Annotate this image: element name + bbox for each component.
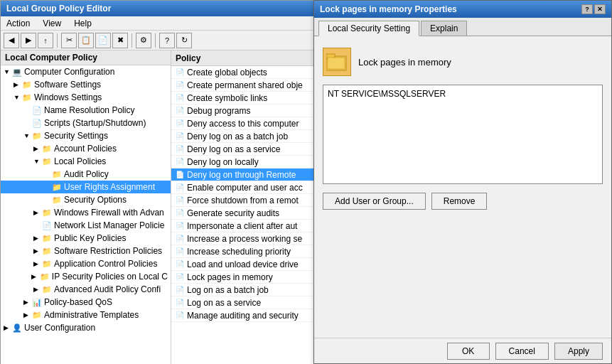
policy-item-impersonate-client[interactable]: 📄Impersonate a client after aut <box>171 220 319 232</box>
back-button[interactable]: ◀ <box>4 33 19 48</box>
policy-item-icon-create-symbolic: 📄 <box>176 94 184 102</box>
menu-view[interactable]: View <box>40 18 64 29</box>
properties-button[interactable]: ⚙ <box>136 33 151 48</box>
expand-icon-user-config[interactable]: ▶ <box>4 324 11 331</box>
policy-item-icon-logon-batch: 📄 <box>176 286 184 294</box>
dialog-close-button[interactable]: ✕ <box>594 4 606 14</box>
policy-item-generate-audits[interactable]: 📄Generate security audits <box>171 207 319 220</box>
delete-button[interactable]: ✖ <box>112 33 128 48</box>
expand-icon-policy-qos[interactable]: ▶ <box>23 299 31 306</box>
up-button[interactable]: ↑ <box>38 33 53 48</box>
policy-item-icon-deny-batch: 📄 <box>176 132 184 140</box>
tree-item-software-settings[interactable]: ▶📁Software Settings <box>1 78 171 91</box>
expand-icon-security-settings[interactable]: ▼ <box>23 132 31 139</box>
tree-item-scripts[interactable]: 📄Scripts (Startup/Shutdown) <box>1 117 171 129</box>
policy-item-create-global[interactable]: 📄Create global objects <box>171 66 319 79</box>
tree-item-local-policies[interactable]: ▼📁Local Policies <box>1 155 171 168</box>
expand-icon-ip-security[interactable]: ▶ <box>31 273 38 280</box>
expand-icon-account-policies[interactable]: ▶ <box>33 145 41 152</box>
folder-icon-software-restriction: 📁 <box>42 247 52 256</box>
policy-item-create-symbolic[interactable]: 📄Create symbolic links <box>171 92 319 105</box>
tree-header: Local Computer Policy <box>1 50 171 65</box>
menu-action[interactable]: Action <box>4 18 33 29</box>
tree-item-advanced-audit[interactable]: ▶📁Advanced Audit Policy Confi <box>1 283 171 296</box>
tree-items-container: ▼💻Computer Configuration▶📁Software Setti… <box>1 65 171 334</box>
policy-item-deny-access[interactable]: 📄Deny access to this computer <box>171 117 319 130</box>
tree-item-user-rights[interactable]: 📁User Rights Assignment <box>1 181 171 193</box>
tree-item-software-restriction[interactable]: ▶📁Software Restriction Policies <box>1 245 171 257</box>
main-window: Local Group Policy Editor Action View He… <box>0 0 320 364</box>
policy-item-increase-process[interactable]: 📄Increase a process working se <box>171 232 319 245</box>
tree-label-windows-settings: Windows Settings <box>34 92 102 102</box>
policy-item-load-unload[interactable]: 📄Load and unload device drive <box>171 258 319 271</box>
policy-item-increase-scheduling[interactable]: 📄Increase scheduling priority <box>171 245 319 258</box>
expand-icon-local-policies[interactable]: ▼ <box>33 158 41 165</box>
tree-item-public-key[interactable]: ▶📁Public Key Policies <box>1 232 171 245</box>
tree-item-computer-config[interactable]: ▼💻Computer Configuration <box>1 65 171 78</box>
tree-item-audit-policy[interactable]: 📁Audit Policy <box>1 168 171 181</box>
policy-item-create-permanent[interactable]: 📄Create permanent shared obje <box>171 79 319 92</box>
paste-button[interactable]: 📄 <box>95 33 111 48</box>
tree-item-app-control[interactable]: ▶📁Application Control Policies <box>1 257 171 270</box>
tree-item-admin-templates[interactable]: ▶📁Administrative Templates <box>1 309 171 321</box>
tree-item-ip-security[interactable]: ▶📁IP Security Policies on Local C <box>1 270 171 283</box>
apply-button[interactable]: Apply <box>554 343 603 360</box>
policy-item-enable-computer[interactable]: 📄Enable computer and user acc <box>171 181 319 194</box>
cancel-button[interactable]: Cancel <box>495 343 549 360</box>
expand-icon-public-key[interactable]: ▶ <box>33 235 41 242</box>
tree-item-account-policies[interactable]: ▶📁Account Policies <box>1 142 171 155</box>
tree-panel[interactable]: Local Computer Policy ▼💻Computer Configu… <box>1 50 171 364</box>
tree-item-windows-firewall[interactable]: ▶📁Windows Firewall with Advan <box>1 206 171 219</box>
dialog-titlebar: Lock pages in memory Properties ? ✕ <box>314 1 611 18</box>
policy-item-icon-create-permanent: 📄 <box>176 81 184 89</box>
copy-button[interactable]: 📋 <box>78 33 94 48</box>
policy-item-debug-programs[interactable]: 📄Debug programs <box>171 105 319 117</box>
expand-icon-app-control[interactable]: ▶ <box>33 260 41 267</box>
policy-panel[interactable]: Policy 📄Create global objects📄Create per… <box>171 50 319 364</box>
refresh-button[interactable]: ↻ <box>176 33 192 48</box>
policy-item-label-generate-audits: Generate security audits <box>187 208 279 218</box>
expand-icon-computer-config[interactable]: ▼ <box>4 68 11 75</box>
remove-button[interactable]: Remove <box>431 193 488 210</box>
tree-item-user-config[interactable]: ▶👤User Configuration <box>1 321 171 334</box>
tab-explain[interactable]: Explain <box>421 21 467 36</box>
policy-item-lock-pages[interactable]: 📄Lock pages in memory <box>171 271 319 284</box>
tree-item-policy-qos[interactable]: ▶📊Policy-based QoS <box>1 296 171 309</box>
tree-label-user-rights: User Rights Assignment <box>64 182 155 192</box>
tree-item-windows-settings[interactable]: ▼📁Windows Settings <box>1 91 171 104</box>
expand-icon-software-restriction[interactable]: ▶ <box>33 247 41 255</box>
tree-label-admin-templates: Administrative Templates <box>44 310 139 320</box>
policy-item-icon-deny-service: 📄 <box>176 145 184 153</box>
expand-icon-windows-firewall[interactable]: ▶ <box>33 209 41 216</box>
policy-item-logon-service[interactable]: 📄Log on as a service <box>171 296 319 309</box>
policy-item-deny-locally[interactable]: 📄Deny log on locally <box>171 156 319 168</box>
dialog-help-button[interactable]: ? <box>581 4 593 14</box>
policy-item-deny-batch[interactable]: 📄Deny log on as a batch job <box>171 130 319 143</box>
expand-icon-admin-templates[interactable]: ▶ <box>23 311 31 318</box>
policy-item-manage-auditing[interactable]: 📄Manage auditing and security <box>171 309 319 322</box>
policy-item-force-shutdown[interactable]: 📄Force shutdown from a remot <box>171 194 319 207</box>
expand-icon-windows-settings[interactable]: ▼ <box>14 94 21 101</box>
policy-item-label-manage-auditing: Manage auditing and security <box>187 311 299 321</box>
tab-local-security[interactable]: Local Security Setting <box>318 21 419 36</box>
expand-icon-advanced-audit[interactable]: ▶ <box>33 286 41 293</box>
policy-item-logon-batch[interactable]: 📄Log on as a batch job <box>171 284 319 296</box>
menu-help[interactable]: Help <box>71 18 95 29</box>
policy-item-deny-service[interactable]: 📄Deny log on as a service <box>171 143 319 156</box>
add-user-or-group-button[interactable]: Add User or Group... <box>323 193 426 210</box>
tree-item-security-settings[interactable]: ▼📁Security Settings <box>1 129 171 142</box>
ok-button[interactable]: OK <box>447 343 490 360</box>
tree-label-public-key: Public Key Policies <box>54 233 126 243</box>
tree-item-name-resolution[interactable]: 📄Name Resolution Policy <box>1 104 171 117</box>
policy-item-icon-create-global: 📄 <box>176 68 184 76</box>
policy-label: Policy <box>176 53 200 63</box>
help-button[interactable]: ? <box>159 33 175 48</box>
forward-button[interactable]: ▶ <box>21 33 36 48</box>
folder-icon-scripts: 📄 <box>32 119 42 128</box>
tree-item-network-list[interactable]: 📄Network List Manager Policie <box>1 219 171 232</box>
expand-icon-software-settings[interactable]: ▶ <box>14 81 21 88</box>
user-entry[interactable]: NT SERVICE\MSSQLSERVER <box>326 88 599 100</box>
cut-button[interactable]: ✂ <box>61 33 77 48</box>
tree-item-security-options[interactable]: 📁Security Options <box>1 193 171 206</box>
policy-item-deny-remote[interactable]: 📄Deny log on through Remote <box>171 168 319 181</box>
